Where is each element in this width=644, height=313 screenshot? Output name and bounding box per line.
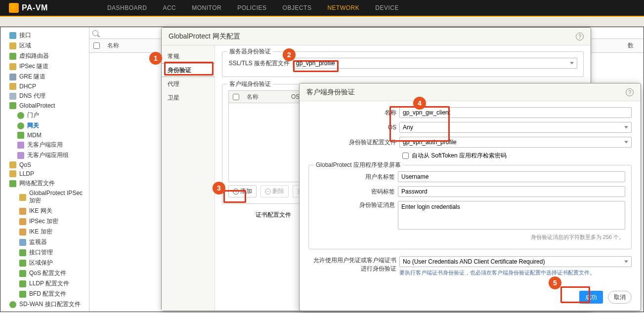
dialog1-titlebar: GlobalProtect 网关配置 ?: [162, 28, 591, 45]
logo-icon: [9, 3, 19, 13]
server-auth-fieldset: 服务器身份验证 SSL/TLS 服务配置文件 gp_vpn_profile: [222, 51, 584, 77]
side-label: LLDP 配置文件: [29, 279, 69, 288]
ssl-label: SSL/TLS 服务配置文件: [228, 59, 293, 68]
allow-select[interactable]: No (User Credentials AND Client Certific…: [399, 256, 632, 267]
nav-monitor[interactable]: MONITOR: [192, 4, 221, 11]
side-dnsproxy[interactable]: DNS 代理: [0, 91, 89, 101]
side-netprofiles[interactable]: 网络配置文件: [0, 178, 89, 189]
dialog1-tabs: 常规 身份验证 代理 卫星: [162, 45, 215, 311]
side-label: 网络配置文件: [19, 179, 55, 188]
pass-label: 密码标签: [315, 188, 398, 196]
auth-message-input[interactable]: Enter login credentials: [398, 201, 625, 230]
tab-auth[interactable]: 身份验证: [162, 63, 215, 77]
delete-button[interactable]: 删除: [260, 185, 289, 197]
name-label: 名称: [308, 109, 399, 117]
softtoken-checkbox[interactable]: [402, 153, 409, 159]
side-vrouter[interactable]: 虚拟路由器: [0, 51, 89, 61]
auth-label: 身份验证配置文件: [308, 138, 399, 147]
side-ike-crypto[interactable]: IKE 加密: [0, 227, 89, 237]
side-label: 接口: [19, 31, 31, 39]
client-select-all[interactable]: [233, 94, 239, 100]
auth-value: gp_vpn_auth_profile: [403, 139, 457, 146]
side-label: QoS 配置文件: [29, 269, 66, 277]
badge-3: 3: [213, 182, 225, 195]
tab-general[interactable]: 常规: [162, 49, 215, 63]
side-ipsec-crypto[interactable]: IPSec 加密: [0, 216, 89, 227]
side-sdwan[interactable]: SD-WAN 接口配置文件: [0, 299, 89, 310]
add-button[interactable]: 添加: [228, 185, 257, 197]
password-label-input[interactable]: Password: [398, 186, 625, 197]
tab-proxy[interactable]: 代理: [162, 77, 215, 91]
logo: PA-VM: [9, 3, 48, 13]
side-lldp[interactable]: LLDP: [0, 169, 89, 178]
nav-device[interactable]: DEVICE: [375, 4, 399, 11]
badge-4: 4: [413, 97, 426, 110]
nav-network[interactable]: NETWORK: [327, 4, 359, 11]
chevron-down-icon: [624, 141, 628, 144]
side-label: 网关: [27, 121, 39, 130]
username-label-input[interactable]: Username: [398, 171, 625, 182]
side-gp-clientless[interactable]: 无客户端应用: [0, 140, 89, 150]
side-ikegw[interactable]: IKE 网关: [0, 206, 89, 216]
side-gp[interactable]: GlobalProtect: [0, 101, 89, 110]
ok-button[interactable]: 成功: [579, 291, 603, 304]
msg-hint: 身份验证消息的字符数至多为 256 个。: [315, 234, 624, 241]
ssl-profile-select[interactable]: gp_vpn_profile: [293, 58, 577, 69]
sidebar: 接口 区域 虚拟路由器 IPSec 隧道 GRE 隧道 DHCP DNS 代理 …: [0, 27, 89, 312]
help-icon[interactable]: ?: [626, 88, 634, 96]
side-gre[interactable]: GRE 隧道: [0, 72, 89, 82]
chevron-down-icon: [624, 126, 628, 129]
nav-objects[interactable]: OBJECTS: [283, 4, 312, 11]
side-monitor[interactable]: 监视器: [0, 237, 89, 247]
dialog2-title: 客户端身份验证: [306, 88, 355, 97]
side-qos[interactable]: QoS: [0, 160, 89, 169]
search-icon[interactable]: [92, 30, 98, 36]
minus-icon: [265, 189, 271, 195]
side-label: 无客户端应用: [27, 141, 63, 149]
side-label: IKE 网关: [29, 207, 52, 215]
os-label: OS: [308, 124, 399, 131]
select-all-checkbox[interactable]: [93, 42, 100, 49]
help-icon[interactable]: ?: [576, 33, 584, 40]
side-label: GlobalProtect: [19, 102, 55, 109]
server-auth-title: 服务器身份验证: [227, 47, 273, 56]
os-select[interactable]: Any: [399, 122, 632, 133]
badge-5: 5: [549, 276, 561, 289]
nav-acc[interactable]: ACC: [163, 4, 176, 11]
msg-label: 身份验证消息: [315, 201, 398, 209]
auth-profile-select[interactable]: gp_vpn_auth_profile: [399, 137, 632, 148]
side-interfaces[interactable]: 接口: [0, 30, 89, 40]
ssl-value: gp_vpn_profile: [296, 60, 335, 67]
side-ifmgmt[interactable]: 接口管理: [0, 247, 89, 258]
side-gp-portal[interactable]: 门户: [0, 110, 89, 120]
side-label: 监视器: [29, 238, 47, 246]
side-label: SD-WAN 接口配置文件: [19, 300, 81, 309]
side-lldpprofile[interactable]: LLDP 配置文件: [0, 278, 89, 289]
side-gp-mdm[interactable]: MDM: [0, 131, 89, 140]
side-label: LLDP: [19, 170, 34, 177]
side-gp-clientless-group[interactable]: 无客户端应用组: [0, 150, 89, 160]
side-zoneprotect[interactable]: 区域保护: [0, 258, 89, 268]
tab-satellite[interactable]: 卫星: [162, 91, 215, 105]
allow-value: No (User Credentials AND Client Certific…: [403, 258, 545, 265]
side-label: QoS: [19, 161, 31, 168]
side-label: GRE 隧道: [19, 73, 45, 81]
side-ipsec[interactable]: IPSec 隧道: [0, 61, 89, 72]
cancel-button[interactable]: 取消: [608, 291, 632, 304]
side-label: 接口管理: [29, 248, 53, 257]
allow-hint: 要执行客户端证书身份验证，也必须在客户端身份验证配置中选择证书配置文件。: [399, 267, 632, 276]
nav-policies[interactable]: POLICIES: [237, 4, 266, 11]
side-label: 门户: [27, 111, 39, 119]
side-bfd[interactable]: BFD 配置文件: [0, 289, 89, 299]
side-qosprofile[interactable]: QoS 配置文件: [0, 268, 89, 278]
nav-dashboard[interactable]: DASHBOARD: [107, 4, 147, 11]
client-auth-dialog: 客户端身份验证 ? 名称 gp_vpn_gw_client OS Any 身份验…: [299, 83, 641, 311]
delete-label: 删除: [272, 187, 284, 196]
msg-value: Enter login credentials: [401, 203, 460, 210]
side-gp-gateway[interactable]: 网关: [0, 120, 89, 131]
login-screen-fieldset: GlobalProtect 应用程序登录屏幕 用户名标签 Username 密码…: [308, 165, 632, 249]
side-zones[interactable]: 区域: [0, 40, 89, 51]
name-input[interactable]: gp_vpn_gw_client: [399, 107, 632, 118]
side-dhcp[interactable]: DHCP: [0, 82, 89, 91]
side-gpipsec[interactable]: GlobalProtect IPSec 加密: [0, 189, 89, 206]
